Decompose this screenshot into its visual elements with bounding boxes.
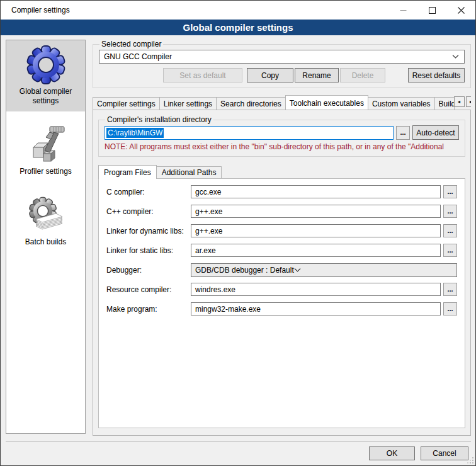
toolchain-subtabs: Program Files Additional Paths: [98, 164, 465, 178]
c-compiler-input[interactable]: gcc.exe: [191, 185, 441, 198]
main-tabstrip: Compiler settings Linker settings Search…: [93, 94, 471, 110]
tab-build-truncated[interactable]: Build: [434, 97, 455, 110]
subtab-additional-paths[interactable]: Additional Paths: [156, 166, 222, 178]
c-compiler-label: C compiler:: [106, 188, 191, 196]
field-row: Make program: mingw32-make.exe ...: [106, 302, 457, 315]
tab-scroll-left-icon[interactable]: ◂: [454, 96, 465, 107]
tab-linker-settings[interactable]: Linker settings: [159, 97, 217, 110]
browse-make-program-button[interactable]: ...: [443, 302, 457, 315]
auto-detect-button[interactable]: Auto-detect: [412, 125, 459, 140]
set-as-default-button[interactable]: Set as default: [163, 68, 242, 82]
field-row: C compiler: gcc.exe ...: [106, 185, 457, 198]
copy-button[interactable]: Copy: [247, 68, 293, 82]
debugger-value: GDB/CDB debugger : Default: [195, 266, 294, 275]
selected-compiler-group: Selected compiler GNU GCC Compiler Set a…: [93, 40, 471, 88]
blue-gear-icon: [26, 45, 66, 85]
linker-static-value: ar.exe: [195, 246, 216, 255]
dialog-content: Global compiler settings: [1, 35, 475, 436]
browse-linker-dynamic-button[interactable]: ...: [443, 224, 457, 237]
installation-directory-input[interactable]: C:\raylib\MinGW: [105, 126, 394, 140]
sidebar-item-label: Batch builds: [25, 237, 66, 246]
selected-compiler-legend: Selected compiler: [99, 40, 163, 48]
field-row: Debugger: GDB/CDB debugger : Default: [106, 263, 457, 276]
batch-builds-icon: [26, 195, 66, 236]
make-program-value: mingw32-make.exe: [195, 305, 261, 314]
tab-search-directories[interactable]: Search directories: [216, 97, 286, 110]
debugger-combobox[interactable]: GDB/CDB debugger : Default: [191, 263, 457, 277]
sidebar-item-batch-builds[interactable]: Batch builds: [6, 191, 85, 253]
installation-directory-legend: Compiler's installation directory: [105, 115, 213, 124]
linker-dynamic-input[interactable]: g++.exe: [191, 224, 441, 237]
browse-c-compiler-button[interactable]: ...: [443, 185, 457, 198]
ok-button[interactable]: OK: [369, 446, 415, 460]
sidebar-item-global-compiler-settings[interactable]: Global compiler settings: [6, 40, 85, 111]
resource-compiler-label: Resource compiler:: [106, 285, 191, 294]
resource-compiler-value: windres.exe: [195, 285, 235, 294]
field-row: Linker for static libs: ar.exe ...: [106, 244, 457, 257]
main-panel: Selected compiler GNU GCC Compiler Set a…: [93, 40, 471, 436]
field-row: Linker for dynamic libs: g++.exe ...: [106, 224, 457, 237]
footer-buttons: OK Cancel: [369, 446, 468, 460]
sidebar-item-profiler-settings[interactable]: Profiler settings: [6, 120, 85, 182]
linker-static-input[interactable]: ar.exe: [191, 244, 441, 257]
tab-toolchain-executables[interactable]: Toolchain executables: [285, 95, 368, 110]
make-program-input[interactable]: mingw32-make.exe: [191, 302, 441, 315]
caption-buttons: [388, 1, 475, 20]
maximize-button[interactable]: [417, 1, 446, 20]
sidebar-item-label: Global compiler settings: [20, 87, 72, 105]
program-files-panel: C compiler: gcc.exe ... C++ compiler: g+…: [98, 178, 465, 428]
toolchain-executables-panel: Compiler's installation directory C:\ray…: [93, 110, 471, 436]
browse-cpp-compiler-button[interactable]: ...: [443, 205, 457, 218]
installation-directory-group: Compiler's installation directory C:\ray…: [98, 115, 465, 157]
tab-scroll-right-icon[interactable]: ▸: [466, 96, 471, 107]
note-text: NOTE: All programs must exist either in …: [105, 142, 459, 151]
linker-dynamic-value: g++.exe: [195, 227, 222, 236]
browse-linker-static-button[interactable]: ...: [443, 244, 457, 257]
delete-button[interactable]: Delete: [340, 68, 385, 82]
tab-scroll-buttons: ◂ ▸: [454, 96, 471, 107]
minimize-button[interactable]: [388, 1, 417, 20]
resource-compiler-input[interactable]: windres.exe: [191, 283, 441, 296]
compiler-settings-window: Compiler settings Global compiler settin…: [0, 0, 476, 466]
chevron-down-icon: [294, 268, 301, 272]
settings-sidebar: Global compiler settings: [6, 40, 86, 434]
minimize-icon: [400, 7, 407, 14]
dialog-header: Global compiler settings: [1, 20, 475, 35]
selected-text: C:\raylib\MinGW: [106, 128, 164, 138]
profiler-caliper-icon: [26, 125, 66, 165]
tab-compiler-settings[interactable]: Compiler settings: [93, 97, 160, 110]
compiler-combobox-value: GNU GCC Compiler: [104, 52, 452, 61]
cpp-compiler-value: g++.exe: [195, 207, 222, 216]
debugger-label: Debugger:: [106, 266, 191, 275]
make-program-label: Make program:: [106, 305, 191, 314]
tab-custom-variables[interactable]: Custom variables: [368, 97, 435, 110]
browse-resource-compiler-button[interactable]: ...: [443, 283, 457, 296]
field-row: C++ compiler: g++.exe ...: [106, 205, 457, 218]
field-row: Resource compiler: windres.exe ...: [106, 283, 457, 296]
browse-directory-button[interactable]: ...: [396, 126, 410, 140]
titlebar: Compiler settings: [1, 1, 475, 20]
rename-button[interactable]: Rename: [295, 68, 339, 82]
maximize-icon: [429, 7, 436, 14]
close-icon: [458, 7, 465, 14]
footer-divider: [6, 441, 471, 441]
cpp-compiler-input[interactable]: g++.exe: [191, 205, 441, 218]
cpp-compiler-label: C++ compiler:: [106, 207, 191, 216]
cancel-button[interactable]: Cancel: [421, 446, 468, 460]
linker-dynamic-label: Linker for dynamic libs:: [106, 227, 191, 236]
installation-directory-row: C:\raylib\MinGW ... Auto-detect: [105, 125, 459, 140]
c-compiler-value: gcc.exe: [195, 188, 221, 196]
reset-defaults-button[interactable]: Reset defaults: [408, 68, 465, 82]
chevron-down-icon: [452, 55, 459, 59]
close-button[interactable]: [446, 1, 475, 20]
resize-grip[interactable]: [467, 457, 474, 464]
compiler-combobox[interactable]: GNU GCC Compiler: [99, 50, 465, 64]
window-title: Compiler settings: [1, 6, 70, 14]
compiler-buttons-row: Set as default Copy Rename Delete Reset …: [99, 68, 465, 82]
sidebar-item-label: Profiler settings: [20, 167, 72, 176]
linker-static-label: Linker for static libs:: [106, 246, 191, 255]
subtab-program-files[interactable]: Program Files: [98, 165, 157, 179]
